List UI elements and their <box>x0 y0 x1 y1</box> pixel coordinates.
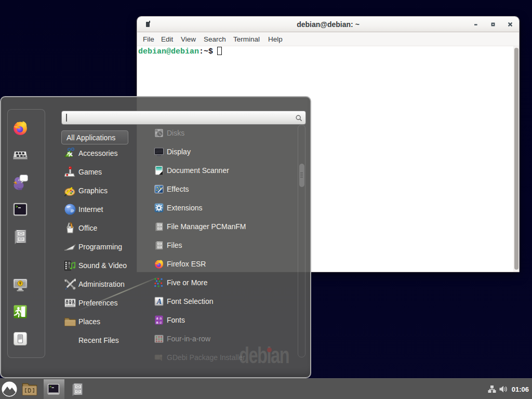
svg-text:a: a <box>159 320 162 325</box>
svg-text:>: > <box>16 205 18 209</box>
svg-text:A: A <box>156 298 162 305</box>
svg-text:>: > <box>49 385 51 389</box>
